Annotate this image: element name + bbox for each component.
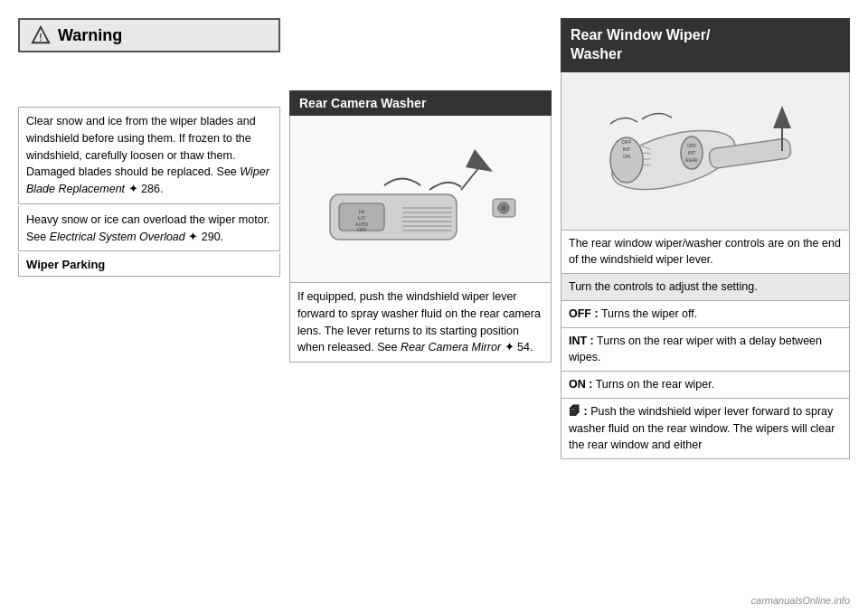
watermark: carmanualsOnline.info (751, 595, 850, 606)
camera-washer-header: Rear Camera Washer (289, 90, 552, 116)
int-control-text: INT : Turns on the rear wiper with a del… (561, 328, 850, 373)
svg-text:REAR: REAR (685, 157, 698, 163)
warning-text1: Clear snow and ice from the wiper blades… (18, 107, 280, 204)
camera-washer-image: HI LO AUTO OFF (289, 116, 552, 283)
right-column: Rear Window Wiper/ Washer OFF INT ON (561, 18, 850, 604)
svg-marker-33 (773, 106, 791, 128)
wiper-parking-label: Wiper Parking (18, 253, 280, 277)
svg-text:!: ! (39, 33, 42, 42)
left-column: ! Warning Clear snow and ice from the wi… (18, 18, 280, 604)
warning-text2: Heavy snow or ice can overload the wiper… (18, 206, 280, 252)
middle-column: Rear Camera Washer HI LO AUTO OFF (289, 18, 552, 604)
spray-control-text: 🗐 : Push the windshield wiper lever forw… (561, 399, 850, 459)
svg-text:INT: INT (623, 146, 632, 152)
turn-controls-text: Turn the controls to adjust the setting. (561, 274, 850, 301)
off-control-text: OFF : Turns the wiper off. (561, 301, 850, 328)
rear-wiper-diagram: OFF INT ON OFF INT REAR (592, 79, 818, 223)
rear-wiper-header: Rear Window Wiper/ Washer (561, 18, 850, 72)
svg-text:OFF: OFF (357, 227, 366, 232)
rear-wiper-intro: The rear window wiper/washer controls ar… (561, 231, 850, 275)
camera-washer-description: If equipped, push the windshield wiper l… (289, 283, 552, 363)
warning-box: ! Warning (18, 18, 280, 52)
camera-washer-diagram: HI LO AUTO OFF (312, 122, 529, 276)
svg-point-18 (501, 205, 506, 211)
svg-text:LO: LO (358, 215, 365, 221)
svg-text:OFF: OFF (687, 143, 696, 148)
svg-line-15 (461, 167, 479, 190)
warning-triangle-icon: ! (31, 25, 51, 45)
svg-text:OFF: OFF (622, 139, 633, 145)
svg-text:HI: HI (359, 209, 364, 214)
page-container: ! Warning Clear snow and ice from the wi… (0, 0, 868, 613)
svg-text:ON: ON (623, 154, 630, 159)
on-control-text: ON : Turns on the rear wiper. (561, 372, 850, 399)
rear-wiper-image: OFF INT ON OFF INT REAR (561, 72, 850, 231)
svg-text:INT: INT (688, 150, 695, 156)
warning-title: Warning (58, 26, 122, 45)
